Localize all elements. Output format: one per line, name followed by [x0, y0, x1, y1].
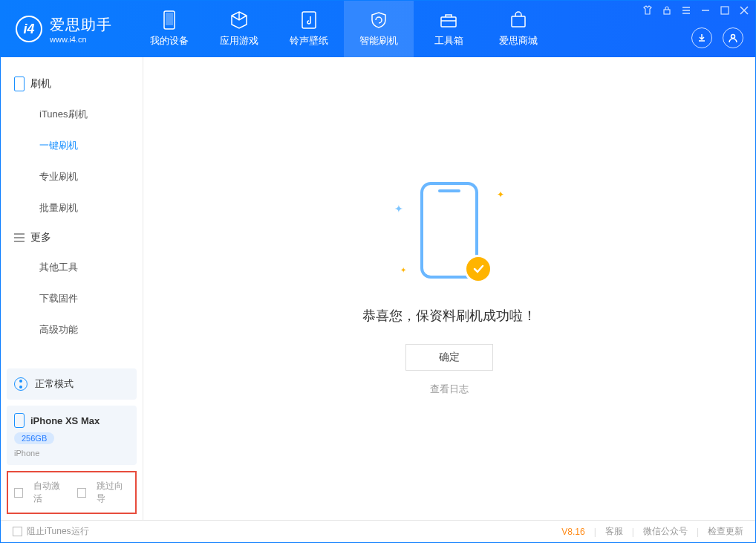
- phone-icon: [160, 10, 179, 30]
- minimize-icon[interactable]: [700, 5, 711, 19]
- checkbox-auto-activate[interactable]: [14, 488, 23, 498]
- svg-rect-2: [302, 12, 316, 28]
- sidebar-item-itunes-flash[interactable]: iTunes刷机: [1, 99, 143, 130]
- header: i4 爱思助手 www.i4.cn 我的设备 应用游戏 铃声壁纸 智能刷机: [1, 1, 755, 57]
- sidebar-section-more: 更多: [1, 224, 143, 252]
- user-button[interactable]: [723, 27, 743, 48]
- svg-point-7: [731, 35, 735, 39]
- sidebar-bottom: 正常模式 iPhone XS Max 256GB iPhone 自动激活 跳过向…: [1, 362, 143, 520]
- device-storage-badge: 256GB: [14, 432, 54, 444]
- checkbox-skip-guide[interactable]: [77, 488, 86, 498]
- nav-tab-store[interactable]: 爱思商城: [483, 1, 553, 57]
- svg-rect-6: [721, 7, 729, 14]
- download-button[interactable]: [691, 27, 712, 48]
- sidebar: 刷机 iTunes刷机 一键刷机 专业刷机 批量刷机 更多 其他工具 下载固件 …: [1, 57, 143, 520]
- sidebar-item-download-firmware[interactable]: 下载固件: [1, 283, 143, 314]
- svg-rect-5: [664, 10, 670, 14]
- nav-tab-flash[interactable]: 智能刷机: [344, 1, 414, 57]
- sparkle-icon: ✦: [400, 266, 406, 274]
- toolbox-icon: [439, 10, 458, 30]
- statusbar: 阻止iTunes运行 V8.16 | 客服 | 微信公众号 | 检查更新: [1, 520, 755, 542]
- nav-tab-device[interactable]: 我的设备: [134, 1, 204, 57]
- success-message: 恭喜您，保资料刷机成功啦！: [362, 307, 536, 325]
- shirt-icon[interactable]: [642, 5, 653, 19]
- device-type: iPhone: [14, 449, 129, 458]
- sidebar-item-other-tools[interactable]: 其他工具: [1, 252, 143, 283]
- link-customer-service[interactable]: 客服: [605, 525, 623, 538]
- success-illustration: ✦ ✦ ✦: [390, 182, 509, 286]
- checkbox-block-itunes[interactable]: [13, 527, 22, 536]
- mode-card[interactable]: 正常模式: [7, 368, 137, 400]
- nav-tab-apps[interactable]: 应用游戏: [204, 1, 274, 57]
- sparkle-icon: ✦: [394, 203, 403, 215]
- logo-area: i4 爱思助手 www.i4.cn: [1, 15, 112, 44]
- logo-icon: i4: [16, 16, 42, 42]
- sidebar-item-oneclick-flash[interactable]: 一键刷机: [1, 130, 143, 161]
- phone-outline-icon: [14, 77, 25, 91]
- ok-button[interactable]: 确定: [405, 344, 493, 371]
- sidebar-section-flash: 刷机: [1, 69, 143, 99]
- link-check-update[interactable]: 检查更新: [708, 525, 743, 538]
- label-auto-activate: 自动激活: [33, 480, 66, 505]
- label-skip-guide: 跳过向导: [97, 480, 129, 505]
- lock-icon[interactable]: [662, 5, 672, 19]
- list-icon: [14, 233, 25, 242]
- nav-tab-toolbox[interactable]: 工具箱: [414, 1, 483, 57]
- device-icon: [14, 413, 25, 428]
- device-name-row: iPhone XS Max: [14, 413, 129, 428]
- store-icon: [509, 10, 528, 30]
- body-area: 刷机 iTunes刷机 一键刷机 专业刷机 批量刷机 更多 其他工具 下载固件 …: [1, 57, 755, 520]
- nav-tabs: 我的设备 应用游戏 铃声壁纸 智能刷机 工具箱 爱思商城: [134, 1, 553, 57]
- window-controls: [642, 5, 749, 19]
- sparkle-icon: ✦: [497, 189, 504, 200]
- version-label: V8.16: [561, 527, 584, 537]
- menu-icon[interactable]: [681, 5, 691, 19]
- close-icon[interactable]: [739, 5, 749, 19]
- options-highlight-box: 自动激活 跳过向导: [7, 471, 137, 514]
- link-wechat[interactable]: 微信公众号: [643, 525, 688, 538]
- shield-refresh-icon: [369, 10, 388, 30]
- check-badge-icon: [464, 255, 492, 283]
- header-right-buttons: [691, 27, 743, 48]
- mode-icon: [14, 377, 27, 391]
- svg-rect-3: [441, 17, 456, 27]
- cube-icon: [229, 10, 249, 30]
- device-card[interactable]: iPhone XS Max 256GB iPhone: [7, 406, 137, 465]
- label-block-itunes: 阻止iTunes运行: [27, 525, 89, 538]
- svg-rect-4: [512, 16, 525, 27]
- device-name: iPhone XS Max: [30, 415, 100, 426]
- nav-tab-ringtones[interactable]: 铃声壁纸: [274, 1, 344, 57]
- app-subtitle: www.i4.cn: [50, 35, 112, 44]
- svg-rect-1: [166, 13, 173, 25]
- mode-label: 正常模式: [35, 377, 74, 391]
- sidebar-item-batch-flash[interactable]: 批量刷机: [1, 192, 143, 224]
- sidebar-item-pro-flash[interactable]: 专业刷机: [1, 161, 143, 192]
- sidebar-item-advanced[interactable]: 高级功能: [1, 314, 143, 345]
- music-file-icon: [299, 10, 319, 30]
- maximize-icon[interactable]: [720, 5, 730, 19]
- main-content: ✦ ✦ ✦ 恭喜您，保资料刷机成功啦！ 确定 查看日志: [143, 57, 755, 520]
- app-title: 爱思助手: [50, 15, 112, 35]
- view-log-link[interactable]: 查看日志: [430, 383, 469, 396]
- app-window: i4 爱思助手 www.i4.cn 我的设备 应用游戏 铃声壁纸 智能刷机: [0, 0, 756, 543]
